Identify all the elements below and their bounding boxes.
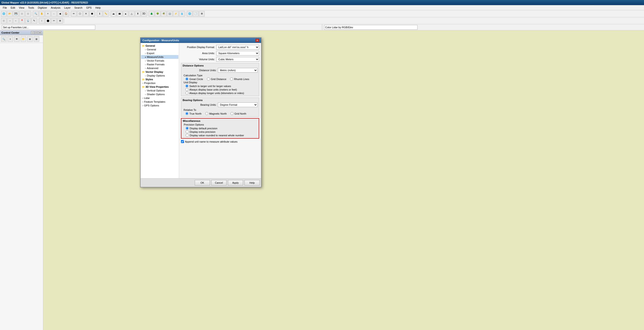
magnetic-north-option[interactable]: Magnetic North (205, 112, 227, 115)
tree-3d-view[interactable]: 📁 3D View Properties (141, 85, 178, 89)
tree-styles[interactable]: 📁 Styles (141, 77, 178, 81)
tree-export[interactable]: ○ Export (141, 51, 178, 55)
panel-zoom-fit[interactable]: ⊕ (27, 36, 33, 42)
toolbar-btn-measure[interactable]: 📏 (103, 11, 108, 16)
volume-units-select[interactable]: Cubic Meters (216, 57, 259, 62)
grid-distance-radio[interactable] (207, 77, 210, 80)
extra-precision-radio[interactable] (186, 130, 189, 133)
toolbar2-move[interactable]: ↕ (39, 18, 44, 23)
grid-north-radio[interactable] (230, 112, 234, 115)
apply-button[interactable]: Apply (228, 180, 243, 186)
append-unit-checkbox[interactable] (181, 140, 184, 143)
tree-display-options[interactable]: ○ Display Options (141, 74, 178, 77)
tree-measure-units[interactable]: ● Measure/Units (141, 55, 178, 59)
toolbar2-btn2[interactable]: → (7, 18, 12, 23)
toolbar-btn-info[interactable]: ℹ (97, 11, 102, 16)
panel-close[interactable]: × (38, 31, 42, 34)
rounded-whole-radio[interactable] (186, 134, 189, 137)
toolbar-btn-vertex[interactable]: ⬢ (89, 11, 95, 16)
panel-view[interactable]: 👁 (14, 36, 20, 42)
toolbar-btn-web[interactable]: 🌐 (187, 11, 192, 16)
true-north-radio[interactable] (186, 112, 188, 115)
toolbar-btn-hand[interactable]: ✋ (39, 11, 44, 16)
default-precision-radio[interactable] (186, 127, 189, 130)
area-units-select[interactable]: Square Kilometers (216, 51, 259, 55)
toolbar2-cut[interactable]: ✂ (51, 18, 57, 23)
tree-lidar[interactable]: ○ Lidar (141, 96, 178, 100)
tree-feature-templates[interactable]: ○ Feature Templates (141, 100, 178, 104)
menu-help[interactable]: Help (94, 6, 102, 9)
toolbar-btn-terrain4[interactable]: △ (129, 11, 134, 16)
toolbar2-node[interactable]: ⬤ (45, 18, 51, 23)
distance-units-select[interactable]: Metric (m/km) (218, 68, 258, 73)
toolbar-btn-settings[interactable]: ⚙ (199, 11, 204, 16)
toolbar-btn-back[interactable]: ◀ (57, 11, 63, 16)
panel-zoom-ext[interactable]: ⊞ (34, 36, 39, 42)
toolbar2-digitizer[interactable]: ✎ (31, 18, 37, 23)
toolbar-btn-clock[interactable]: 🕐 (193, 11, 198, 16)
menu-edit[interactable]: Edit (9, 6, 17, 9)
toolbar-btn-zoom[interactable]: 🔍 (33, 11, 38, 16)
toolbar-btn-save[interactable]: 💾 (13, 11, 19, 16)
toolbar-btn-power[interactable]: ⚡ (173, 11, 179, 16)
magnetic-north-radio[interactable] (205, 112, 208, 115)
grid-north-option[interactable]: Grid North (230, 112, 246, 115)
tree-general-group[interactable]: 📁 General (141, 44, 178, 48)
tree-advanced[interactable]: ○ Advanced (141, 66, 178, 70)
menu-view[interactable]: View (17, 6, 26, 9)
toolbar-btn-new[interactable]: 🌐 (1, 11, 6, 16)
great-circle-option[interactable]: Great Circle (186, 77, 203, 80)
toolbar-btn-terrain2[interactable]: 🏔 (117, 11, 122, 16)
toolbar-btn-select[interactable]: ⬡ (77, 11, 83, 16)
menu-file[interactable]: File (1, 6, 9, 9)
tree-raster-formats[interactable]: ○ Raster Formats (141, 62, 178, 66)
toolbar2-merge[interactable]: ⊕ (57, 18, 63, 23)
toolbar-btn-open[interactable]: 📂 (7, 11, 12, 16)
tree-vertical-options[interactable]: ○ Vertical Options (141, 89, 178, 92)
toolbar-btn-home[interactable]: 🏠 (63, 11, 69, 16)
tree-shader-options[interactable]: ○ Shader Options (141, 92, 178, 96)
panel-folder[interactable]: 📁 (20, 36, 26, 42)
rhumb-lines-option[interactable]: Rhumb Lines (230, 77, 249, 80)
menu-digitizer[interactable]: Digitizer (36, 6, 49, 9)
true-north-option[interactable]: True North (186, 112, 202, 115)
tree-vector-formats[interactable]: ○ Vector Formats (141, 59, 178, 62)
toolbar-btn-delete[interactable]: ✕ (83, 11, 89, 16)
menu-gps[interactable]: GPS (84, 6, 94, 9)
always-longer-radio[interactable] (186, 91, 188, 94)
great-circle-radio[interactable] (186, 77, 188, 80)
always-base-radio[interactable] (186, 88, 188, 91)
toolbar-btn-build[interactable]: 🏢 (167, 11, 172, 16)
rhumb-lines-radio[interactable] (230, 77, 233, 80)
toolbar2-btn1[interactable]: □ (1, 18, 6, 23)
toolbar-btn-draw[interactable]: ✏ (71, 11, 76, 16)
toolbar-btn-lidar3[interactable]: 🌴 (161, 11, 166, 16)
toolbar-btn-terrain1[interactable]: ⛰ (111, 11, 116, 16)
menu-analysis[interactable]: Analysis (49, 6, 62, 9)
grid-distance-option[interactable]: Grid Distance (207, 77, 226, 80)
toolbar-btn-3d[interactable]: 3D (141, 11, 147, 16)
toolbar-btn-terrain3[interactable]: ▲ (123, 11, 128, 16)
switch-larger-radio[interactable] (186, 84, 188, 87)
toolbar-btn-terrain5[interactable]: ⬆ (135, 11, 140, 16)
tree-vector-display[interactable]: 📁 Vector Display (141, 70, 178, 74)
favorites-input[interactable] (2, 25, 95, 30)
menu-tools[interactable]: Tools (26, 6, 36, 9)
toolbar2-track[interactable]: 📡 (25, 18, 31, 23)
tree-gps-options[interactable]: ○ GPS Options (141, 104, 178, 107)
dialog-close-button[interactable]: × (256, 39, 259, 42)
position-format-select[interactable]: Lat/Lon dd° mm'ss.ssss" h (216, 45, 259, 49)
toolbar-btn-zoomin[interactable]: + (45, 11, 51, 16)
panel-zoom-in[interactable]: 🔍 (1, 36, 6, 42)
toolbar-btn-lidar2[interactable]: 🌳 (155, 11, 160, 16)
menu-search[interactable]: Search (72, 6, 84, 9)
menu-layer[interactable]: Layer (62, 6, 72, 9)
toolbar-btn-lidar[interactable]: 🌲 (149, 11, 154, 16)
toolbar-btn-2[interactable]: □ (25, 11, 31, 16)
toolbar2-gps[interactable]: 📍 (19, 18, 25, 23)
bearing-units-select[interactable]: Degree Format (218, 102, 258, 107)
tree-projection[interactable]: ○ Projection (141, 81, 178, 85)
tree-general[interactable]: ○ General (141, 48, 178, 51)
ok-button[interactable]: OK (195, 180, 210, 186)
panel-minimize[interactable]: - (31, 31, 34, 34)
